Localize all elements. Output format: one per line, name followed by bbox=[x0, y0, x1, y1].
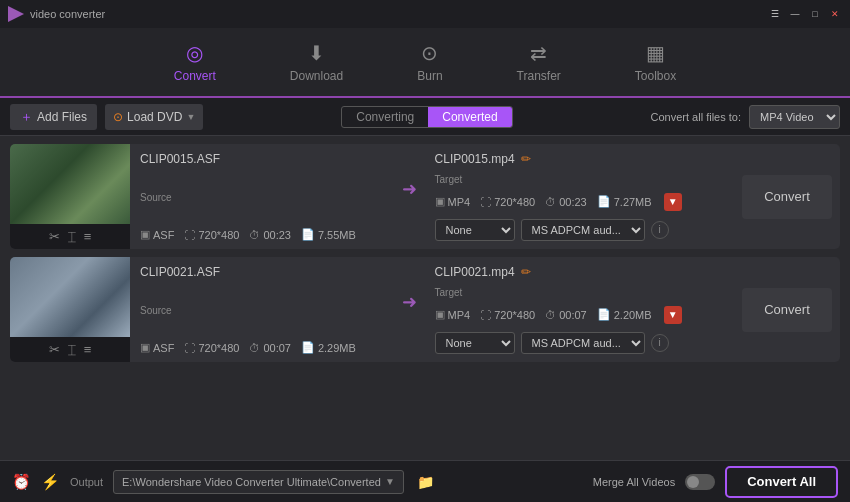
target-size-clip0021: 📄 2.20MB bbox=[597, 308, 652, 321]
edit-filename-icon-clip0021[interactable]: ✏ bbox=[521, 265, 531, 279]
crop-icon[interactable]: ⌶ bbox=[68, 342, 76, 357]
audio-codec-select-clip0021[interactable]: MS ADPCM aud... bbox=[521, 332, 645, 354]
convert-all-button[interactable]: Convert All bbox=[725, 466, 838, 498]
nav-bar: ◎ Convert ⬇ Download ⊙ Burn ⇄ Transfer ▦… bbox=[0, 28, 850, 98]
titlebar-minimize-button[interactable]: — bbox=[788, 7, 802, 21]
convert-all-files-label: Convert all files to: bbox=[651, 111, 741, 123]
source-size-clip0021: 📄 2.29MB bbox=[301, 341, 356, 354]
titlebar-close-button[interactable]: ✕ bbox=[828, 7, 842, 21]
crop-icon[interactable]: ⌶ bbox=[68, 229, 76, 244]
file-source-info-clip0015: CLIP0015.ASF Source ▣ ASF ⛶ 720*480 ⏱ 00… bbox=[130, 144, 395, 249]
target-format-dropdown-clip0021[interactable]: ▼ bbox=[664, 306, 682, 324]
nav-convert-label: Convert bbox=[174, 69, 216, 83]
file-thumbnail-clip0021: ✂ ⌶ ≡ bbox=[10, 257, 130, 362]
title-bar-controls: ☰ — □ ✕ bbox=[768, 7, 842, 21]
audio-info-button-clip0015[interactable]: i bbox=[651, 221, 669, 239]
dvd-dropdown-arrow: ▼ bbox=[186, 112, 195, 122]
audio-info-button-clip0021[interactable]: i bbox=[651, 334, 669, 352]
source-duration-clip0015: ⏱ 00:23 bbox=[249, 229, 291, 241]
file-list: ✂ ⌶ ≡ CLIP0015.ASF Source ▣ ASF ⛶ 720*48… bbox=[0, 136, 850, 460]
target-format-clip0021: ▣ MP4 bbox=[435, 308, 471, 321]
open-folder-button[interactable]: 📁 bbox=[414, 470, 438, 494]
target-label-clip0021: Target bbox=[435, 287, 728, 298]
output-label: Output bbox=[70, 476, 103, 488]
target-meta-clip0015: ▣ MP4 ⛶ 720*480 ⏱ 00:23 📄 7.27MB ▼ bbox=[435, 193, 728, 211]
target-duration-clip0015: ⏱ 00:23 bbox=[545, 196, 587, 208]
effects-icon[interactable]: ≡ bbox=[84, 342, 92, 357]
file-card-clip0015: ✂ ⌶ ≡ CLIP0015.ASF Source ▣ ASF ⛶ 720*48… bbox=[10, 144, 840, 249]
nav-download-label: Download bbox=[290, 69, 343, 83]
add-files-icon: ＋ bbox=[20, 108, 33, 126]
target-name-row-clip0015: CLIP0015.mp4 ✏ bbox=[435, 152, 728, 166]
tab-converted[interactable]: Converted bbox=[428, 107, 511, 127]
thumb-image-clip0021 bbox=[10, 257, 130, 337]
nav-item-convert[interactable]: ◎ Convert bbox=[162, 35, 228, 89]
audio-codec-select-clip0015[interactable]: MS ADPCM aud... bbox=[521, 219, 645, 241]
target-filename-clip0015: CLIP0015.mp4 bbox=[435, 152, 515, 166]
audio-preset-select-clip0021[interactable]: None bbox=[435, 332, 515, 354]
file-card-clip0021: ✂ ⌶ ≡ CLIP0021.ASF Source ▣ ASF ⛶ 720*48… bbox=[10, 257, 840, 362]
app-title: video converter bbox=[30, 8, 105, 20]
toolbar: ＋ Add Files ⊙ Load DVD ▼ Converting Conv… bbox=[0, 98, 850, 136]
edit-filename-icon-clip0015[interactable]: ✏ bbox=[521, 152, 531, 166]
source-filename-clip0021: CLIP0021.ASF bbox=[140, 265, 385, 279]
target-size-clip0015: 📄 7.27MB bbox=[597, 195, 652, 208]
target-resolution-clip0021: ⛶ 720*480 bbox=[480, 309, 535, 321]
nav-burn-label: Burn bbox=[417, 69, 442, 83]
tab-converting[interactable]: Converting bbox=[342, 107, 428, 127]
clock-meta-icon: ⏱ bbox=[249, 229, 260, 241]
output-path[interactable]: E:\Wondershare Video Converter Ultimate\… bbox=[113, 470, 404, 494]
load-dvd-button[interactable]: ⊙ Load DVD ▼ bbox=[105, 104, 203, 130]
source-label-clip0015: Source bbox=[140, 192, 385, 203]
source-meta-clip0015: ▣ ASF ⛶ 720*480 ⏱ 00:23 📄 7.55MB bbox=[140, 228, 385, 241]
nav-item-download[interactable]: ⬇ Download bbox=[278, 35, 355, 89]
scissors-icon[interactable]: ✂ bbox=[49, 342, 60, 357]
arrow-separator-clip0015: ➜ bbox=[395, 178, 425, 200]
size-icon: 📄 bbox=[301, 341, 315, 354]
thumb-controls-clip0021: ✂ ⌶ ≡ bbox=[10, 337, 130, 361]
target-resolution-clip0015: ⛶ 720*480 bbox=[480, 196, 535, 208]
effects-icon[interactable]: ≡ bbox=[84, 229, 92, 244]
merge-toggle[interactable] bbox=[685, 474, 715, 490]
target-duration-clip0021: ⏱ 00:07 bbox=[545, 309, 587, 321]
bottom-bar: ⏰ ⚡ Output E:\Wondershare Video Converte… bbox=[0, 460, 850, 502]
thumb-image-clip0015 bbox=[10, 144, 130, 224]
target-filename-clip0021: CLIP0021.mp4 bbox=[435, 265, 515, 279]
convert-button-clip0015[interactable]: Convert bbox=[742, 175, 832, 219]
titlebar-maximize-button[interactable]: □ bbox=[808, 7, 822, 21]
convert-nav-icon: ◎ bbox=[186, 41, 203, 65]
transfer-nav-icon: ⇄ bbox=[530, 41, 547, 65]
source-duration-clip0021: ⏱ 00:07 bbox=[249, 342, 291, 354]
lightning-icon[interactable]: ⚡ bbox=[41, 473, 60, 491]
target-format-row-clip0015: None MS ADPCM aud... i bbox=[435, 219, 728, 241]
title-bar-left: video converter bbox=[8, 6, 105, 22]
size-icon: 📄 bbox=[301, 228, 315, 241]
target-size-icon: 📄 bbox=[597, 308, 611, 321]
add-files-button[interactable]: ＋ Add Files bbox=[10, 104, 97, 130]
toggle-knob bbox=[687, 476, 699, 488]
format-icon: ▣ bbox=[140, 228, 150, 241]
target-format-dropdown-clip0015[interactable]: ▼ bbox=[664, 193, 682, 211]
audio-preset-select-clip0015[interactable]: None bbox=[435, 219, 515, 241]
target-format-icon: ▣ bbox=[435, 195, 445, 208]
source-label-clip0021: Source bbox=[140, 305, 385, 316]
target-res-icon: ⛶ bbox=[480, 309, 491, 321]
nav-item-transfer[interactable]: ⇄ Transfer bbox=[505, 35, 573, 89]
target-meta-clip0021: ▣ MP4 ⛶ 720*480 ⏱ 00:07 📄 2.20MB ▼ bbox=[435, 306, 728, 324]
nav-item-toolbox[interactable]: ▦ Toolbox bbox=[623, 35, 688, 89]
nav-transfer-label: Transfer bbox=[517, 69, 561, 83]
target-format-clip0015: ▣ MP4 bbox=[435, 195, 471, 208]
format-icon: ▣ bbox=[140, 341, 150, 354]
target-clock-icon: ⏱ bbox=[545, 196, 556, 208]
scissors-icon[interactable]: ✂ bbox=[49, 229, 60, 244]
nav-item-burn[interactable]: ⊙ Burn bbox=[405, 35, 454, 89]
format-select[interactable]: MP4 Video AVI Video MOV Video MKV Video bbox=[749, 105, 840, 129]
target-size-icon: 📄 bbox=[597, 195, 611, 208]
source-format-clip0015: ▣ ASF bbox=[140, 228, 174, 241]
clock-icon[interactable]: ⏰ bbox=[12, 473, 31, 491]
titlebar-menu-button[interactable]: ☰ bbox=[768, 7, 782, 21]
target-label-clip0015: Target bbox=[435, 174, 728, 185]
convert-button-clip0021[interactable]: Convert bbox=[742, 288, 832, 332]
target-res-icon: ⛶ bbox=[480, 196, 491, 208]
file-thumbnail-clip0015: ✂ ⌶ ≡ bbox=[10, 144, 130, 249]
